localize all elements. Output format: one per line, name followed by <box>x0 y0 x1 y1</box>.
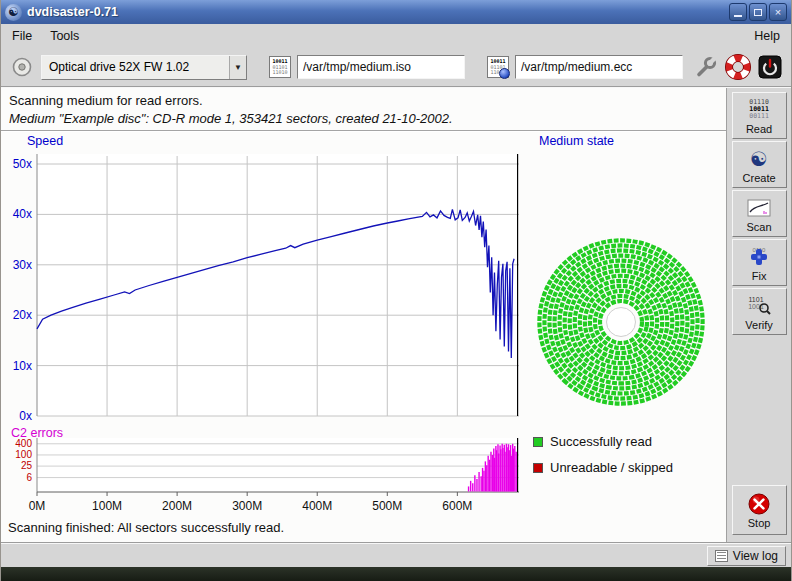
drive-icon <box>9 54 35 80</box>
speed-title: Speed <box>27 134 63 148</box>
read-button[interactable]: 01110 10011 00111 Read <box>732 92 787 139</box>
medium-state-legend: Successfully read Unreadable / skipped <box>533 434 673 486</box>
svg-text:40x: 40x <box>13 207 32 221</box>
stop-x-icon <box>747 491 771 517</box>
stop-button[interactable]: Stop <box>732 485 787 535</box>
legend-item-unreadable: Unreadable / skipped <box>533 460 673 475</box>
svg-text:400: 400 <box>15 438 32 449</box>
svg-text:10x: 10x <box>13 359 32 373</box>
minimize-icon <box>734 15 742 17</box>
close-button[interactable]: × <box>769 3 787 21</box>
chevron-down-icon: ▼ <box>229 56 246 79</box>
lifesaver-icon <box>725 54 751 80</box>
svg-text:50x: 50x <box>13 157 32 171</box>
maximize-icon <box>754 9 762 16</box>
app-window: ☯ dvdisaster-0.71 × File Tools Help Opti… <box>0 0 792 581</box>
mini-chart-icon <box>747 195 771 221</box>
svg-text:600M: 600M <box>442 499 472 513</box>
fix-button[interactable]: 0110 Fix <box>732 239 787 286</box>
maximize-button[interactable] <box>749 3 767 21</box>
verify-magnifier-icon: 1101 1001 <box>746 293 772 319</box>
svg-text:0x: 0x <box>19 409 32 423</box>
speed-chart: 0x10x20x30x40x50x <box>1 148 525 424</box>
medium-state-title: Medium state <box>539 134 614 148</box>
svg-text:100: 100 <box>15 449 32 460</box>
svg-text:20x: 20x <box>13 308 32 322</box>
repair-cross-icon: 0110 <box>747 244 771 270</box>
app-icon: ☯ <box>5 4 22 21</box>
ecc-file-icon: 100110110111010 <box>487 56 509 78</box>
legend-swatch-unreadable <box>533 463 543 473</box>
drive-select-value: Optical drive 52X FW 1.02 <box>42 56 229 79</box>
ecc-path-input[interactable] <box>515 55 683 79</box>
verify-button[interactable]: 1101 1001 Verify <box>732 288 787 335</box>
preferences-button[interactable] <box>693 54 719 80</box>
desktop-strip <box>1 567 791 581</box>
quit-button[interactable] <box>757 54 783 80</box>
dvdisaster-logo-button[interactable] <box>725 54 751 80</box>
svg-text:1101: 1101 <box>749 296 764 303</box>
close-icon: × <box>775 7 781 18</box>
create-button[interactable]: ☯ Create <box>732 141 787 188</box>
svg-text:25: 25 <box>21 460 33 471</box>
svg-text:200M: 200M <box>162 499 192 513</box>
action-sidebar: 01110 10011 00111 Read ☯ Create <box>726 88 791 543</box>
svg-text:500M: 500M <box>372 499 402 513</box>
menu-file[interactable]: File <box>3 26 41 46</box>
menu-tools[interactable]: Tools <box>41 26 88 46</box>
bottom-bar: View log <box>1 543 791 567</box>
status-line-1: Scanning medium for read errors. <box>9 93 718 108</box>
legend-item-read: Successfully read <box>533 434 673 449</box>
svg-text:100M: 100M <box>92 499 122 513</box>
minimize-button[interactable] <box>729 3 747 21</box>
iso-path-input[interactable] <box>297 55 465 79</box>
binary-sector-icon: 01110 10011 00111 <box>749 97 769 123</box>
svg-text:0M: 0M <box>29 499 46 513</box>
scan-button[interactable]: Scan <box>732 190 787 237</box>
iso-file-icon: 100110110111010 <box>269 56 291 78</box>
status-line-2: Medium "Example disc": CD-R mode 1, 3534… <box>9 111 718 126</box>
wrench-icon <box>694 55 718 79</box>
c2-errors-chart: 4001002560M100M200M300M400M500M600M <box>1 438 525 522</box>
window-title: dvdisaster-0.71 <box>27 5 118 19</box>
chart-region: Speed Medium state 0x10x20x30x40x50x C2 … <box>1 132 726 543</box>
titlebar[interactable]: ☯ dvdisaster-0.71 × <box>1 0 791 24</box>
legend-swatch-read <box>533 437 543 447</box>
svg-text:300M: 300M <box>232 499 262 513</box>
toolbar: Optical drive 52X FW 1.02 ▼ 100110110111… <box>1 48 791 86</box>
yin-yang-icon: ☯ <box>750 146 768 172</box>
svg-text:30x: 30x <box>13 258 32 272</box>
power-icon <box>758 55 782 79</box>
view-log-button[interactable]: View log <box>707 546 786 566</box>
menu-help[interactable]: Help <box>745 26 789 46</box>
menubar: File Tools Help <box>1 24 791 48</box>
main-panel: Scanning medium for read errors. Medium … <box>1 88 726 543</box>
log-icon <box>715 550 728 562</box>
medium-state-disc <box>529 230 713 414</box>
svg-text:400M: 400M <box>302 499 332 513</box>
drive-select[interactable]: Optical drive 52X FW 1.02 ▼ <box>41 55 247 80</box>
scan-result-status: Scanning finished: All sectors successfu… <box>8 520 284 535</box>
svg-text:6: 6 <box>26 472 32 483</box>
